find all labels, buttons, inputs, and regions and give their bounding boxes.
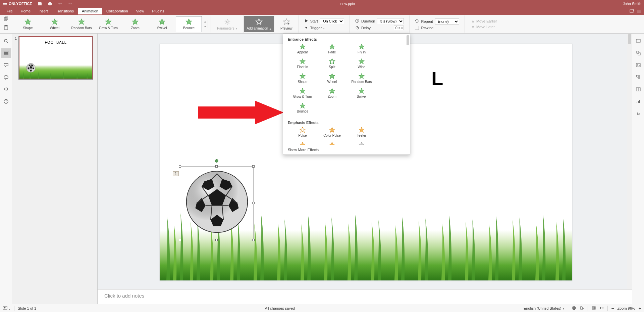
paragraph-settings-icon[interactable] — [634, 73, 643, 82]
panel-scrollbar[interactable] — [407, 35, 409, 45]
move-earlier-button[interactable]: ∧Move Earlier — [472, 19, 497, 24]
effect-grow-turn[interactable]: Grow & Turn — [288, 88, 317, 102]
effect-emphasis-6[interactable] — [347, 141, 376, 145]
zoom-level[interactable]: Zoom 96% — [618, 306, 635, 310]
show-more-effects[interactable]: Show More Effects — [283, 145, 410, 154]
fit-slide-icon[interactable] — [591, 306, 596, 311]
menu-insert[interactable]: Insert — [35, 8, 52, 14]
resize-handle-w[interactable] — [179, 202, 181, 204]
trigger-button[interactable]: Trigger ▼ — [310, 26, 325, 30]
rewind-checkbox[interactable] — [415, 26, 419, 30]
svg-point-46 — [636, 51, 639, 54]
repeat-select[interactable]: (none) — [435, 18, 459, 25]
effect-pulse[interactable]: Pulse — [288, 127, 317, 141]
text-art-settings-icon[interactable]: Ta — [634, 109, 643, 118]
effect-color-pulse[interactable]: Color Pulse — [317, 127, 347, 141]
doccheck-icon[interactable] — [580, 306, 584, 311]
spellcheck-icon[interactable] — [572, 306, 576, 311]
menu-collaboration[interactable]: Collaboration — [102, 8, 132, 14]
effect-shape[interactable]: Shape — [288, 73, 317, 88]
effect-float-in[interactable]: Float In — [288, 58, 317, 73]
rotate-handle[interactable] — [215, 159, 218, 163]
menu-file[interactable]: File — [3, 8, 17, 14]
menu-transitions[interactable]: Transitions — [52, 8, 78, 14]
anim-random-bars[interactable]: Random Bars — [68, 16, 95, 32]
effect-appear[interactable]: Appear — [288, 43, 317, 58]
resize-handle-e[interactable] — [252, 202, 255, 204]
effect-emphasis-5[interactable] — [317, 141, 347, 145]
anim-zoom[interactable]: Zoom — [122, 16, 148, 32]
resize-handle-sw[interactable] — [179, 239, 181, 241]
menu-icon[interactable] — [637, 9, 641, 13]
effect-wheel[interactable]: Wheel — [317, 73, 347, 88]
anim-gallery-more[interactable]: ▲▼ — [203, 20, 208, 28]
chart-settings-icon[interactable] — [634, 97, 643, 106]
resize-handle-se[interactable] — [252, 239, 255, 241]
menu-home[interactable]: Home — [17, 8, 35, 14]
menu-plugins[interactable]: Plugins — [148, 8, 168, 14]
start-slideshow-icon[interactable]: ▼ — [3, 306, 11, 311]
anim-swivel[interactable]: Swivel — [149, 16, 175, 32]
comments-icon[interactable] — [1, 60, 11, 70]
redo-icon[interactable] — [68, 1, 72, 6]
zoom-out-button[interactable]: − — [611, 306, 614, 311]
parameters-button[interactable]: Parameters ▼ — [214, 16, 241, 32]
feedback-icon[interactable] — [1, 85, 11, 94]
anim-shape[interactable]: Shape — [15, 16, 41, 32]
resize-handle-n[interactable] — [215, 165, 218, 168]
add-animation-button[interactable]: + Add animation ▲ — [244, 16, 274, 32]
search-icon[interactable] — [1, 36, 11, 46]
effect-spin[interactable]: Spin — [288, 141, 317, 145]
resize-handle-nw[interactable] — [179, 165, 181, 168]
effect-teeter[interactable]: Teeter — [347, 127, 376, 141]
soccer-ball-image[interactable] — [185, 170, 249, 234]
effect-wipe[interactable]: Wipe — [347, 58, 376, 73]
svg-rect-48 — [636, 63, 640, 67]
slide-settings-icon[interactable] — [634, 36, 643, 46]
selected-object-frame[interactable] — [180, 166, 254, 240]
notes-area[interactable]: Click to add notes — [98, 289, 632, 304]
undo-icon[interactable] — [58, 1, 62, 6]
save-icon[interactable] — [38, 1, 42, 6]
anim-grow-turn[interactable]: Grow & Turn — [95, 16, 121, 32]
anim-wheel[interactable]: Wheel — [42, 16, 68, 32]
vertical-scrollbar[interactable] — [627, 34, 632, 289]
effect-bounce[interactable]: Bounce — [288, 102, 317, 117]
move-later-button[interactable]: ∨Move Later — [472, 25, 497, 29]
slide-thumbnail-1[interactable]: FOOTBALL — [19, 36, 93, 79]
shape-settings-icon[interactable] — [634, 48, 643, 58]
start-select[interactable]: On Click — [320, 18, 344, 24]
arrow-up-icon: ∧ — [472, 19, 474, 24]
user-name[interactable]: John Smith — [623, 2, 641, 6]
about-icon[interactable] — [1, 97, 11, 106]
print-icon[interactable] — [48, 1, 52, 6]
entrance-effects-title: Entrance Effects — [288, 37, 405, 41]
language-select[interactable]: English (United States) ▼ — [524, 306, 565, 310]
duration-select[interactable]: 3 s (Slow) — [377, 18, 404, 24]
effect-swivel[interactable]: Swivel — [347, 88, 376, 102]
effect-fade[interactable]: Fade — [317, 43, 347, 58]
paste-icon[interactable] — [3, 25, 9, 32]
open-location-icon[interactable] — [629, 9, 634, 13]
repeat-label: Repeat — [421, 19, 433, 24]
delay-input[interactable]: 0 s ▲▼ — [394, 26, 404, 30]
fit-width-icon[interactable] — [599, 306, 604, 311]
menu-animation[interactable]: Animation — [78, 8, 102, 14]
effect-random-bars[interactable]: Random Bars — [347, 73, 376, 88]
zoom-in-button[interactable]: + — [639, 306, 641, 311]
preview-button[interactable]: Preview — [277, 16, 296, 32]
animation-order-badge[interactable]: 1 — [173, 171, 179, 176]
effect-fly-in[interactable]: Fly in — [347, 43, 376, 58]
anim-bounce[interactable]: Bounce — [176, 16, 202, 32]
copy-icon[interactable] — [3, 16, 9, 23]
table-settings-icon[interactable] — [634, 85, 643, 94]
resize-handle-s[interactable] — [215, 239, 218, 241]
effect-zoom[interactable]: Zoom — [317, 88, 347, 102]
resize-handle-ne[interactable] — [252, 165, 255, 168]
chat-icon[interactable] — [1, 73, 11, 82]
svg-rect-54 — [638, 101, 639, 103]
slides-icon[interactable] — [1, 48, 11, 58]
menu-view[interactable]: View — [132, 8, 148, 14]
image-settings-icon[interactable] — [634, 60, 643, 70]
effect-split[interactable]: Split — [317, 58, 347, 73]
